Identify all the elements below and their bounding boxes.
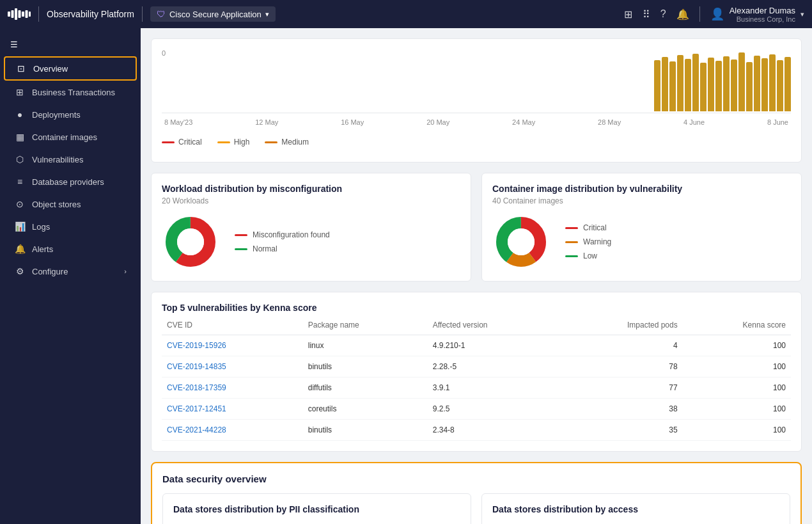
configure-chevron-icon: › [124, 267, 127, 275]
sidebar-item-deployments[interactable]: ● Deployments [4, 104, 137, 125]
container-legend: Critical Warning Low [565, 223, 611, 260]
table-row: CVE-2018-17359 diffutils 3.9.1 77 100 [162, 377, 791, 399]
svg-rect-0 [8, 12, 10, 17]
x-label-4: 20 May [426, 118, 449, 126]
top-navigation: Observability Platform 🛡 Cisco Secure Ap… [0, 0, 812, 28]
container-image-dist-card: Container image distribution by vulnerab… [481, 173, 802, 282]
cve-link[interactable]: CVE-2019-14835 [167, 362, 226, 371]
workload-dist-card: Workload distribution by misconfiguratio… [151, 173, 471, 282]
bar [777, 60, 783, 111]
score-cell: 100 [683, 399, 791, 420]
misconfig-indicator [235, 234, 247, 236]
logs-icon: 📊 [14, 221, 26, 232]
sidebar-item-vulnerabilities[interactable]: ⬡ Vulnerabilities [4, 148, 137, 170]
table-row: CVE-2019-15926 linux 4.9.210-1 4 100 [162, 335, 791, 356]
pods-cell: 38 [559, 399, 682, 420]
bar [685, 59, 691, 111]
user-name-block: Alexander Dumas Business Corp, Inc [730, 6, 795, 23]
table-row: CVE-2019-14835 binutils 2.28.-5 78 100 [162, 356, 791, 377]
score-cell: 100 [683, 377, 791, 399]
access-dist-title: Data stores distribution by access [492, 504, 779, 514]
container-donut-section: Critical Warning Low [492, 213, 791, 271]
cve-id-cell[interactable]: CVE-2021-44228 [162, 420, 303, 441]
legend-low-container-label: Low [583, 251, 597, 260]
bar [746, 62, 753, 111]
version-cell: 9.2.5 [428, 399, 560, 420]
warning-container-indicator [565, 241, 578, 243]
data-security-title: Data security overview [162, 473, 790, 484]
workload-donut-section: Misconfiguration found Normal [162, 213, 460, 271]
legend-misconfig-label: Misconfiguration found [253, 230, 330, 239]
critical-container-indicator [565, 227, 578, 229]
svg-rect-2 [15, 8, 17, 20]
nav-divider-2 [142, 6, 143, 22]
sidebar-item-database-providers[interactable]: ≡ Database providers [4, 171, 137, 193]
sidebar-label-vulnerabilities: Vulnerabilities [32, 155, 83, 164]
sidebar-item-overview[interactable]: ⊡ Overview [4, 56, 137, 81]
user-company: Business Corp, Inc [730, 15, 795, 23]
vulnerabilities-table-card: Top 5 vulnerabilities by Kenna score CVE… [151, 292, 802, 452]
package-cell: binutils [303, 420, 428, 441]
col-header-version: Affected version [428, 315, 560, 335]
sidebar-item-configure[interactable]: ⚙ Configure › [4, 260, 137, 282]
sidebar-item-container-images[interactable]: ▦ Container images [4, 126, 137, 148]
legend-critical-label: Critical [178, 138, 202, 147]
apps-icon[interactable]: ⠿ [643, 8, 650, 20]
help-icon[interactable]: ? [660, 8, 666, 20]
svg-point-15 [508, 228, 535, 255]
nav-divider-3 [699, 6, 700, 22]
grid-view-icon[interactable]: ⊞ [624, 8, 632, 20]
sidebar-item-alerts[interactable]: 🔔 Alerts [4, 238, 137, 260]
user-info[interactable]: 👤 Alexander Dumas Business Corp, Inc ▾ [710, 6, 804, 23]
workload-dist-title: Workload distribution by misconfiguratio… [162, 184, 460, 194]
version-cell: 2.28.-5 [428, 356, 560, 377]
legend-low-container: Low [565, 251, 611, 260]
hamburger-menu[interactable]: ☰ [0, 33, 141, 56]
legend-high-label: High [234, 138, 250, 147]
bar [708, 58, 714, 111]
workload-dist-subtitle: 20 Workloads [162, 196, 460, 205]
pods-cell: 35 [559, 420, 682, 441]
cve-link[interactable]: CVE-2019-15926 [167, 341, 226, 350]
object-stores-icon: ⊙ [14, 199, 26, 209]
cve-id-cell[interactable]: CVE-2019-14835 [162, 356, 303, 377]
sidebar-label-container-images: Container images [32, 132, 97, 142]
container-donut-chart [492, 213, 550, 271]
score-cell: 100 [683, 335, 791, 356]
medium-dot [265, 141, 277, 143]
access-dist-card: Data stores distribution by access [481, 493, 790, 524]
sidebar-label-logs: Logs [32, 222, 50, 232]
package-cell: coreutils [303, 399, 428, 420]
x-label-7: 4 June [683, 118, 705, 126]
sidebar: ☰ ⊡ Overview ⊞ Business Transactions ● D… [0, 28, 141, 524]
sidebar-item-business-transactions[interactable]: ⊞ Business Transactions [4, 81, 137, 103]
pods-cell: 4 [559, 335, 682, 356]
cve-link[interactable]: CVE-2021-44228 [167, 425, 226, 434]
cve-link[interactable]: CVE-2017-12451 [167, 404, 226, 413]
x-label-5: 24 May [512, 118, 535, 126]
legend-warning-container: Warning [565, 237, 611, 246]
bar-chart [162, 49, 791, 113]
user-fullname: Alexander Dumas [730, 6, 795, 15]
sidebar-item-logs[interactable]: 📊 Logs [4, 216, 137, 237]
cve-id-cell[interactable]: CVE-2019-15926 [162, 335, 303, 356]
container-images-icon: ▦ [14, 132, 26, 142]
cve-id-cell[interactable]: CVE-2018-17359 [162, 377, 303, 399]
app-selector[interactable]: 🛡 Cisco Secure Application ▾ [150, 6, 276, 22]
cve-id-cell[interactable]: CVE-2017-12451 [162, 399, 303, 420]
sidebar-item-object-stores[interactable]: ⊙ Object stores [4, 193, 137, 215]
x-label-6: 28 May [598, 118, 621, 126]
bar [677, 55, 683, 111]
deployments-icon: ● [14, 109, 26, 120]
bar-group-5 [654, 52, 791, 111]
user-icon: 👤 [710, 7, 724, 21]
app-layout: ☰ ⊡ Overview ⊞ Business Transactions ● D… [0, 28, 812, 524]
bar [754, 56, 760, 111]
critical-dot [162, 141, 175, 143]
version-cell: 4.9.210-1 [428, 335, 560, 356]
bell-icon[interactable]: 🔔 [676, 8, 689, 20]
shield-icon: 🛡 [157, 9, 166, 19]
bar [715, 61, 722, 111]
trend-chart-card: 0 [151, 38, 802, 163]
cve-link[interactable]: CVE-2018-17359 [167, 383, 226, 392]
